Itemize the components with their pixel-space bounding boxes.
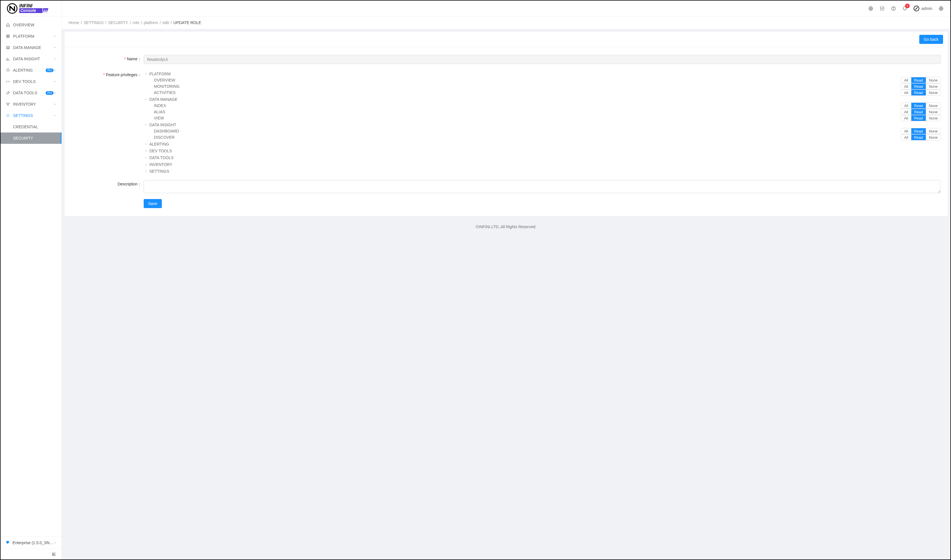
- home-icon: [6, 23, 10, 27]
- breadcrumb-item[interactable]: Home: [69, 20, 79, 25]
- sidebar-item-platform[interactable]: PLATFORM: [1, 31, 62, 42]
- breadcrumb-item[interactable]: edit: [163, 20, 169, 25]
- save-button[interactable]: Save: [144, 199, 162, 208]
- sidebar-item-label: CREDENTIAL: [13, 125, 56, 129]
- privilege-option-none[interactable]: None: [926, 90, 940, 95]
- privilege-option-all[interactable]: All: [901, 115, 911, 121]
- breadcrumb-item[interactable]: platform: [144, 20, 158, 25]
- sidebar-subitem-credential[interactable]: CREDENTIAL: [1, 121, 62, 132]
- workspace-icon[interactable]: [880, 6, 885, 11]
- privilege-item: MONITORINGAllReadNone: [144, 83, 941, 89]
- breadcrumb-item[interactable]: role: [133, 20, 139, 25]
- chevron-down-icon: [54, 46, 56, 49]
- privilege-item: DISCOVERAllReadNone: [144, 134, 941, 140]
- privilege-group-label: PLATFORM: [149, 72, 171, 76]
- privilege-option-all[interactable]: All: [901, 90, 911, 95]
- privilege-option-read[interactable]: Read: [911, 90, 926, 95]
- breadcrumb: Home/SETTINGS/SECURITY/role/platform/edi…: [62, 17, 950, 29]
- logo[interactable]: INFINI Console: [1, 1, 62, 17]
- sidebar-collapse-button[interactable]: [1, 549, 62, 559]
- privilege-item: ACTIVITIESAllReadNone: [144, 89, 941, 96]
- sidebar-item-overview[interactable]: OVERVIEW: [1, 19, 62, 31]
- privilege-option-all[interactable]: All: [901, 77, 911, 83]
- privilege-option-none[interactable]: None: [926, 109, 940, 115]
- privilege-option-all[interactable]: All: [901, 103, 911, 108]
- privilege-option-read[interactable]: Read: [911, 115, 926, 121]
- privilege-option-all[interactable]: All: [901, 128, 911, 134]
- sidebar-item-label: PLATFORM: [13, 34, 54, 38]
- breadcrumb-separator: /: [171, 20, 172, 25]
- chevron-down-icon: [54, 35, 56, 38]
- sidebar-item-alerting[interactable]: ALERTINGPro: [1, 65, 62, 76]
- pro-badge: Pro: [46, 69, 54, 72]
- privilege-group-alerting[interactable]: ALERTING: [144, 141, 941, 147]
- privilege-radio-group: AllReadNone: [901, 103, 941, 109]
- privilege-option-all[interactable]: All: [901, 109, 911, 115]
- chevron-down-icon: [144, 123, 148, 127]
- privilege-group-data-insight[interactable]: DATA INSIGHT: [144, 122, 941, 128]
- notifications-icon[interactable]: 9: [902, 6, 907, 11]
- sidebar-subitem-security[interactable]: SECURITY: [1, 132, 62, 144]
- language-icon[interactable]: [939, 6, 943, 11]
- sidebar-item-label: DATA MANAGE: [13, 45, 54, 50]
- svg-rect-11: [6, 37, 8, 38]
- privilege-group-label: DATA TOOLS: [149, 155, 173, 160]
- globe-cluster-icon[interactable]: [868, 6, 873, 11]
- privilege-item: ALIASAllReadNone: [144, 109, 941, 115]
- privilege-option-all[interactable]: All: [901, 83, 911, 89]
- privilege-option-read[interactable]: Read: [911, 77, 926, 83]
- breadcrumb-item[interactable]: SECURITY: [108, 20, 128, 25]
- svg-text:INFINI: INFINI: [19, 3, 32, 8]
- chevron-down-icon: [54, 91, 56, 94]
- sidebar-item-label: DATA INSIGHT: [13, 57, 54, 61]
- privilege-group-dev-tools[interactable]: DEV TOOLS: [144, 148, 941, 154]
- privilege-item-label: VIEW: [154, 116, 901, 120]
- privilege-item: VIEWAllReadNone: [144, 115, 941, 121]
- privilege-group-label: DATA MANAGE: [149, 97, 178, 102]
- go-back-button[interactable]: Go back: [919, 35, 943, 44]
- sidebar-item-label: ALERTING: [13, 68, 44, 72]
- sidebar-item-dev-tools[interactable]: DEV TOOLS: [1, 76, 62, 87]
- privilege-option-none[interactable]: None: [926, 128, 940, 134]
- page-footer: ©INFINI.LTD, All Rights Reserved.: [65, 216, 948, 232]
- privilege-option-read[interactable]: Read: [911, 103, 926, 108]
- privilege-item-label: INDEX: [154, 103, 901, 108]
- privilege-radio-group: AllReadNone: [901, 134, 941, 140]
- privilege-item-label: DISCOVER: [154, 135, 901, 140]
- privilege-option-none[interactable]: None: [926, 134, 940, 140]
- privilege-option-read[interactable]: Read: [911, 83, 926, 89]
- privilege-option-all[interactable]: All: [901, 134, 911, 140]
- privilege-option-read[interactable]: Read: [911, 109, 926, 115]
- sidebar-item-data-insight[interactable]: DATA INSIGHT: [1, 53, 62, 65]
- privilege-group-label: DEV TOOLS: [149, 149, 172, 153]
- svg-rect-12: [8, 37, 10, 38]
- privilege-group-inventory[interactable]: INVENTORY: [144, 162, 941, 168]
- sidebar-item-inventory[interactable]: INVENTORY: [1, 98, 62, 110]
- privilege-group-data-manage[interactable]: DATA MANAGE: [144, 96, 941, 103]
- privilege-option-read[interactable]: Read: [911, 134, 926, 140]
- privilege-group-label: DATA INSIGHT: [149, 123, 176, 127]
- user-menu[interactable]: admin: [914, 6, 932, 11]
- privilege-group-settings[interactable]: SETTINGS: [144, 168, 941, 174]
- privilege-group-label: ALERTING: [149, 142, 169, 146]
- sidebar-item-data-tools[interactable]: DATA TOOLSPro: [1, 87, 62, 98]
- username: admin: [922, 6, 932, 11]
- help-icon[interactable]: [891, 6, 896, 11]
- privilege-option-none[interactable]: None: [926, 77, 940, 83]
- privilege-option-none[interactable]: None: [926, 83, 940, 89]
- description-textarea[interactable]: [144, 180, 941, 193]
- alerting-icon: [6, 68, 10, 72]
- sidebar-item-data-manage[interactable]: DATA MANAGE: [1, 42, 62, 53]
- chevron-up-icon: [54, 114, 56, 117]
- privilege-group-platform[interactable]: PLATFORM: [144, 71, 941, 77]
- privilege-option-read[interactable]: Read: [911, 128, 926, 134]
- license-info[interactable]: Enterprise (1.5.0_SNAPS…: [1, 537, 62, 549]
- svg-rect-10: [8, 35, 10, 36]
- privilege-option-none[interactable]: None: [926, 115, 940, 121]
- sidebar-item-settings[interactable]: SETTINGS: [1, 110, 62, 121]
- privilege-option-none[interactable]: None: [926, 103, 940, 108]
- license-text: Enterprise (1.5.0_SNAPS…: [12, 540, 54, 545]
- privilege-group-data-tools[interactable]: DATA TOOLS: [144, 155, 941, 161]
- breadcrumb-item[interactable]: SETTINGS: [83, 20, 103, 25]
- privilege-item-label: DASHBOARD: [154, 129, 901, 133]
